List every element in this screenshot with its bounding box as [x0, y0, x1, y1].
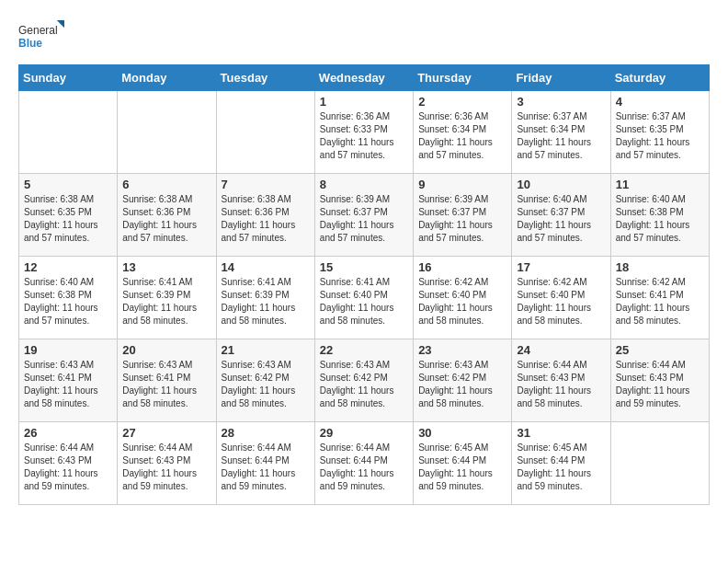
logo-svg: General Blue	[18, 18, 64, 55]
calendar-cell: 23Sunrise: 6:43 AM Sunset: 6:42 PM Dayli…	[414, 339, 512, 422]
day-number: 28	[222, 426, 310, 440]
day-info: Sunrise: 6:39 AM Sunset: 6:37 PM Dayligh…	[320, 193, 408, 245]
day-number: 8	[320, 178, 408, 191]
calendar-cell: 27Sunrise: 6:44 AM Sunset: 6:43 PM Dayli…	[118, 422, 216, 505]
page-header: General Blue	[18, 18, 710, 55]
calendar-cell: 4Sunrise: 6:37 AM Sunset: 6:35 PM Daylig…	[610, 91, 709, 174]
day-info: Sunrise: 6:43 AM Sunset: 6:42 PM Dayligh…	[222, 359, 310, 410]
svg-marker-3	[57, 20, 64, 28]
calendar-cell: 10Sunrise: 6:40 AM Sunset: 6:37 PM Dayli…	[512, 174, 610, 257]
day-number: 29	[320, 426, 408, 440]
day-number: 12	[24, 260, 112, 274]
day-info: Sunrise: 6:39 AM Sunset: 6:37 PM Dayligh…	[418, 193, 506, 245]
calendar-cell: 20Sunrise: 6:43 AM Sunset: 6:41 PM Dayli…	[118, 339, 216, 422]
day-number: 9	[418, 178, 506, 191]
day-number: 7	[222, 178, 310, 191]
day-number: 11	[616, 178, 704, 191]
day-number: 22	[320, 343, 408, 357]
calendar-week-4: 19Sunrise: 6:43 AM Sunset: 6:41 PM Dayli…	[19, 339, 710, 422]
svg-text:General: General	[18, 24, 58, 37]
calendar-cell: 15Sunrise: 6:41 AM Sunset: 6:40 PM Dayli…	[314, 257, 413, 339]
day-info: Sunrise: 6:40 AM Sunset: 6:38 PM Dayligh…	[24, 276, 112, 327]
svg-text:Blue: Blue	[18, 37, 42, 50]
day-number: 27	[122, 426, 210, 440]
day-info: Sunrise: 6:41 AM Sunset: 6:39 PM Dayligh…	[122, 276, 210, 327]
calendar-cell: 19Sunrise: 6:43 AM Sunset: 6:41 PM Dayli…	[19, 339, 118, 422]
calendar-cell: 13Sunrise: 6:41 AM Sunset: 6:39 PM Dayli…	[118, 257, 216, 339]
calendar-cell: 11Sunrise: 6:40 AM Sunset: 6:38 PM Dayli…	[610, 174, 709, 257]
calendar-cell: 22Sunrise: 6:43 AM Sunset: 6:42 PM Dayli…	[314, 339, 413, 422]
weekday-header-friday: Friday	[512, 65, 610, 91]
calendar-cell: 12Sunrise: 6:40 AM Sunset: 6:38 PM Dayli…	[19, 257, 118, 339]
calendar-cell	[118, 91, 216, 174]
calendar-week-2: 5Sunrise: 6:38 AM Sunset: 6:35 PM Daylig…	[19, 174, 710, 257]
day-number: 2	[418, 95, 506, 109]
calendar-cell: 1Sunrise: 6:36 AM Sunset: 6:33 PM Daylig…	[314, 91, 413, 174]
day-info: Sunrise: 6:37 AM Sunset: 6:34 PM Dayligh…	[517, 110, 605, 162]
day-info: Sunrise: 6:41 AM Sunset: 6:40 PM Dayligh…	[320, 276, 408, 327]
calendar-cell: 31Sunrise: 6:45 AM Sunset: 6:44 PM Dayli…	[512, 422, 610, 505]
day-info: Sunrise: 6:43 AM Sunset: 6:42 PM Dayligh…	[320, 359, 408, 410]
calendar-cell: 17Sunrise: 6:42 AM Sunset: 6:40 PM Dayli…	[512, 257, 610, 339]
calendar-cell: 18Sunrise: 6:42 AM Sunset: 6:41 PM Dayli…	[610, 257, 709, 339]
day-info: Sunrise: 6:44 AM Sunset: 6:43 PM Dayligh…	[517, 359, 605, 410]
calendar-cell: 14Sunrise: 6:41 AM Sunset: 6:39 PM Dayli…	[216, 257, 314, 339]
calendar-week-3: 12Sunrise: 6:40 AM Sunset: 6:38 PM Dayli…	[19, 257, 710, 339]
day-info: Sunrise: 6:42 AM Sunset: 6:41 PM Dayligh…	[616, 276, 704, 327]
day-number: 10	[517, 178, 605, 191]
day-info: Sunrise: 6:40 AM Sunset: 6:37 PM Dayligh…	[517, 193, 605, 245]
calendar-cell: 16Sunrise: 6:42 AM Sunset: 6:40 PM Dayli…	[414, 257, 512, 339]
calendar-cell: 21Sunrise: 6:43 AM Sunset: 6:42 PM Dayli…	[216, 339, 314, 422]
day-number: 31	[517, 426, 605, 440]
calendar-cell: 28Sunrise: 6:44 AM Sunset: 6:44 PM Dayli…	[216, 422, 314, 505]
day-number: 24	[517, 343, 605, 357]
calendar-cell: 29Sunrise: 6:44 AM Sunset: 6:44 PM Dayli…	[314, 422, 413, 505]
day-number: 20	[122, 343, 210, 357]
day-number: 25	[616, 343, 704, 357]
day-info: Sunrise: 6:38 AM Sunset: 6:36 PM Dayligh…	[222, 193, 310, 245]
day-info: Sunrise: 6:41 AM Sunset: 6:39 PM Dayligh…	[222, 276, 310, 327]
weekday-header-row: SundayMondayTuesdayWednesdayThursdayFrid…	[19, 65, 710, 91]
calendar-cell: 26Sunrise: 6:44 AM Sunset: 6:43 PM Dayli…	[19, 422, 118, 505]
day-number: 16	[418, 260, 506, 274]
day-number: 5	[24, 178, 112, 191]
calendar-cell	[216, 91, 314, 174]
day-info: Sunrise: 6:36 AM Sunset: 6:34 PM Dayligh…	[418, 110, 506, 162]
day-number: 15	[320, 260, 408, 274]
day-info: Sunrise: 6:43 AM Sunset: 6:41 PM Dayligh…	[122, 359, 210, 410]
calendar-cell: 6Sunrise: 6:38 AM Sunset: 6:36 PM Daylig…	[118, 174, 216, 257]
day-info: Sunrise: 6:42 AM Sunset: 6:40 PM Dayligh…	[517, 276, 605, 327]
day-info: Sunrise: 6:38 AM Sunset: 6:35 PM Dayligh…	[24, 193, 112, 245]
day-number: 6	[122, 178, 210, 191]
day-number: 18	[616, 260, 704, 274]
day-info: Sunrise: 6:38 AM Sunset: 6:36 PM Dayligh…	[122, 193, 210, 245]
day-number: 4	[616, 95, 704, 109]
day-number: 30	[418, 426, 506, 440]
day-number: 13	[122, 260, 210, 274]
day-info: Sunrise: 6:44 AM Sunset: 6:44 PM Dayligh…	[222, 442, 310, 493]
calendar-cell: 3Sunrise: 6:37 AM Sunset: 6:34 PM Daylig…	[512, 91, 610, 174]
calendar-week-1: 1Sunrise: 6:36 AM Sunset: 6:33 PM Daylig…	[19, 91, 710, 174]
calendar-cell	[19, 91, 118, 174]
calendar-cell: 8Sunrise: 6:39 AM Sunset: 6:37 PM Daylig…	[314, 174, 413, 257]
day-info: Sunrise: 6:40 AM Sunset: 6:38 PM Dayligh…	[616, 193, 704, 245]
day-number: 21	[222, 343, 310, 357]
day-info: Sunrise: 6:43 AM Sunset: 6:41 PM Dayligh…	[24, 359, 112, 410]
day-info: Sunrise: 6:45 AM Sunset: 6:44 PM Dayligh…	[418, 442, 506, 493]
calendar-table: SundayMondayTuesdayWednesdayThursdayFrid…	[18, 64, 710, 505]
day-number: 1	[320, 95, 408, 109]
day-info: Sunrise: 6:44 AM Sunset: 6:44 PM Dayligh…	[320, 442, 408, 493]
weekday-header-monday: Monday	[118, 65, 216, 91]
day-number: 14	[222, 260, 310, 274]
day-info: Sunrise: 6:44 AM Sunset: 6:43 PM Dayligh…	[616, 359, 704, 410]
calendar-cell: 30Sunrise: 6:45 AM Sunset: 6:44 PM Dayli…	[414, 422, 512, 505]
calendar-cell: 24Sunrise: 6:44 AM Sunset: 6:43 PM Dayli…	[512, 339, 610, 422]
day-number: 17	[517, 260, 605, 274]
calendar-cell	[610, 422, 709, 505]
calendar-cell: 7Sunrise: 6:38 AM Sunset: 6:36 PM Daylig…	[216, 174, 314, 257]
calendar-cell: 2Sunrise: 6:36 AM Sunset: 6:34 PM Daylig…	[414, 91, 512, 174]
day-info: Sunrise: 6:45 AM Sunset: 6:44 PM Dayligh…	[517, 442, 605, 493]
day-info: Sunrise: 6:42 AM Sunset: 6:40 PM Dayligh…	[418, 276, 506, 327]
calendar-week-5: 26Sunrise: 6:44 AM Sunset: 6:43 PM Dayli…	[19, 422, 710, 505]
day-info: Sunrise: 6:37 AM Sunset: 6:35 PM Dayligh…	[616, 110, 704, 162]
